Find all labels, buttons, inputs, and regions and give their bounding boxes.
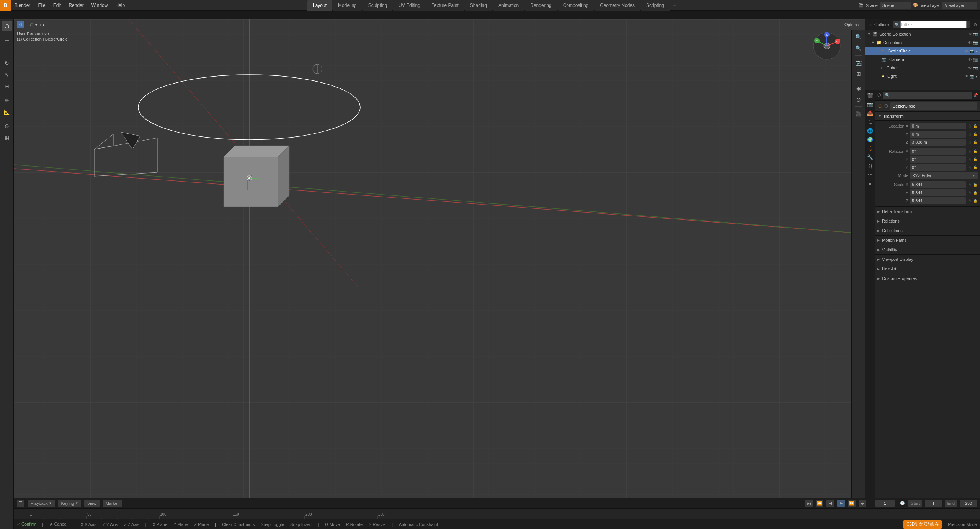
prop-tab-constraints[interactable]: ⛓ xyxy=(866,162,874,170)
extra-tool[interactable]: ▦ xyxy=(2,132,12,143)
menu-help[interactable]: Help xyxy=(111,0,129,10)
collections-header[interactable]: ▶ Collections xyxy=(875,226,980,235)
tab-compositing[interactable]: Compositing xyxy=(558,0,594,11)
timeline-ruler[interactable]: 1 50 100 150 200 250 xyxy=(14,509,980,519)
move-btn[interactable]: G Move xyxy=(325,522,340,527)
select-tool[interactable]: ⬡ xyxy=(2,21,12,31)
rotation-mode-select[interactable]: XYZ Euler xyxy=(910,172,978,179)
add-tool[interactable]: ⊕ xyxy=(2,121,12,131)
clear-constraints-btn[interactable]: Clear Constraints xyxy=(222,522,255,527)
precision-mode-label[interactable]: Precision Mode xyxy=(948,522,977,527)
snap-toggle-btn[interactable]: Snap Toggle xyxy=(261,522,284,527)
scale-y-field[interactable]: 5.344 xyxy=(910,189,966,196)
tab-animation[interactable]: Animation xyxy=(493,0,524,11)
vp-zoom-in[interactable]: 🔍 xyxy=(853,31,864,42)
tab-texture-paint[interactable]: Texture Paint xyxy=(426,0,464,11)
rotation-y-field[interactable]: 0° xyxy=(910,156,966,163)
loc-y-copy-icon[interactable]: ⎘ xyxy=(967,131,972,137)
scene-render-icon[interactable]: 📷 xyxy=(973,32,978,36)
rotation-z-field[interactable]: 0° xyxy=(910,164,966,171)
outliner-bezier-circle[interactable]: 〜 BezierCircle 👁 📷 ● xyxy=(865,47,980,55)
location-x-field[interactable]: 0 m xyxy=(910,123,966,129)
motion-paths-header[interactable]: ▶ Motion Paths xyxy=(875,236,980,245)
prop-tab-object[interactable]: ⬡ xyxy=(866,144,874,152)
auto-constraint-btn[interactable]: Automatic Constraint xyxy=(399,522,438,527)
rot-z-copy-icon[interactable]: ⎘ xyxy=(967,165,972,170)
confirm-btn[interactable]: ✓ Confirm xyxy=(17,522,36,527)
cube-render-icon[interactable]: 📷 xyxy=(973,66,978,70)
viewport[interactable]: ⬡ ⬡ ▼ ○ ● Options User Perspective (1) C… xyxy=(14,19,865,498)
viewport-display-header[interactable]: ▶ Viewport Display xyxy=(875,255,980,264)
vp-view-selected[interactable]: ⊙ xyxy=(853,94,864,105)
cube-eye-icon[interactable]: 👁 xyxy=(968,66,972,70)
scale-x-copy-icon[interactable]: ⎘ xyxy=(967,182,972,187)
current-frame-field[interactable]: 1 xyxy=(875,500,895,507)
tl-jump-end[interactable]: ⏭ xyxy=(859,500,866,507)
scale-x-field[interactable]: 5.344 xyxy=(910,181,966,188)
outliner-search-input[interactable] xyxy=(900,21,967,28)
measure-tool[interactable]: 📐 xyxy=(2,106,12,117)
add-workspace-button[interactable]: + xyxy=(670,1,679,10)
x-plane-btn[interactable]: X Plane xyxy=(153,522,168,527)
menu-render[interactable]: Render xyxy=(65,0,87,10)
obj-name-field[interactable]: BezierCircle xyxy=(890,102,977,110)
vp-zoom-out[interactable]: 🔍 xyxy=(853,43,864,54)
viewport-options-btn[interactable]: Options xyxy=(841,21,862,28)
tl-step-back[interactable]: ⏪ xyxy=(816,500,823,507)
z-axis-btn[interactable]: Z Z Axis xyxy=(124,522,139,527)
tab-sculpting[interactable]: Sculpting xyxy=(363,0,392,11)
loc-x-copy-icon[interactable]: ⎘ xyxy=(967,123,972,129)
rot-x-lock-icon[interactable]: 🔒 xyxy=(972,149,978,154)
bezier-render-icon[interactable]: 📷 xyxy=(970,49,974,53)
tl-menu-btn[interactable]: ☰ xyxy=(17,500,24,507)
tl-step-fwd[interactable]: ⏩ xyxy=(848,500,856,507)
tab-geometry-nodes[interactable]: Geometry Nodes xyxy=(595,0,640,11)
prop-tab-world[interactable]: 🌍 xyxy=(866,135,874,144)
x-axis-btn[interactable]: X X Axis xyxy=(81,522,96,527)
tl-play-stop[interactable]: ▶ xyxy=(837,500,845,507)
y-axis-btn[interactable]: Y Y Axis xyxy=(103,522,118,527)
cursor-tool[interactable]: ✛ xyxy=(2,35,12,46)
light-render-icon[interactable]: 📷 xyxy=(970,74,974,79)
line-art-header[interactable]: ▶ Line Art xyxy=(875,264,980,274)
camera-render-icon[interactable]: 📷 xyxy=(973,57,978,62)
light-eye-icon[interactable]: 👁 xyxy=(965,74,969,79)
coll-eye-icon[interactable]: 👁 xyxy=(968,41,972,45)
loc-y-lock-icon[interactable]: 🔒 xyxy=(972,131,978,137)
tab-layout[interactable]: Layout xyxy=(307,0,332,11)
cancel-btn[interactable]: ✗ Cancel xyxy=(49,522,67,527)
props-pin-icon[interactable]: 📌 xyxy=(973,93,978,97)
outliner-cube[interactable]: □ Cube 👁 📷 xyxy=(865,64,980,72)
rotate-btn[interactable]: R Rotate xyxy=(346,522,363,527)
rot-y-copy-icon[interactable]: ⎘ xyxy=(967,157,972,162)
scale-btn[interactable]: S Resize xyxy=(369,522,385,527)
tl-playback-btn[interactable]: Playback ▼ xyxy=(28,500,55,507)
tl-view-btn[interactable]: View xyxy=(84,500,100,507)
rotate-tool[interactable]: ↻ xyxy=(2,58,12,69)
vp-local-view[interactable]: ◉ xyxy=(853,83,864,93)
outliner-scene-collection[interactable]: 🎬 Scene Collection 👁 📷 xyxy=(865,30,980,38)
prop-tab-viewlayer[interactable]: 🗂 xyxy=(866,118,874,126)
viewport-mode-icon[interactable]: ⬡ xyxy=(17,21,24,28)
location-z-field[interactable]: 3.838 m xyxy=(910,139,966,146)
nav-gizmo[interactable]: X Y Z xyxy=(812,31,842,61)
prop-tab-modifiers[interactable]: 🔧 xyxy=(866,153,874,161)
transform-tool[interactable]: ⊞ xyxy=(2,81,12,92)
viewlayer-selector[interactable]: ViewLayer xyxy=(942,2,977,9)
viewport-shading-dropdown[interactable]: ⬡ ▼ ○ ● xyxy=(27,21,48,28)
tab-shading[interactable]: Shading xyxy=(465,0,492,11)
outliner-light[interactable]: ✦ Light 👁 📷 ● xyxy=(865,72,980,80)
location-y-field[interactable]: 0 m xyxy=(910,131,966,138)
tl-play-reverse[interactable]: ◀ xyxy=(826,500,834,507)
y-plane-btn[interactable]: Y Plane xyxy=(173,522,188,527)
tl-marker-btn[interactable]: Marker xyxy=(103,500,122,507)
prop-tab-scene[interactable]: 🎬 xyxy=(866,91,874,100)
menu-window[interactable]: Window xyxy=(88,0,112,10)
prop-tab-material[interactable]: ● xyxy=(866,179,874,188)
coll-render-icon[interactable]: 📷 xyxy=(973,41,978,45)
loc-z-lock-icon[interactable]: 🔒 xyxy=(972,139,978,145)
menu-file[interactable]: File xyxy=(34,0,49,10)
rot-z-lock-icon[interactable]: 🔒 xyxy=(972,165,978,170)
visibility-header[interactable]: ▶ Visibility xyxy=(875,245,980,254)
outliner-collection[interactable]: 📁 Collection 👁 📷 xyxy=(865,38,980,47)
